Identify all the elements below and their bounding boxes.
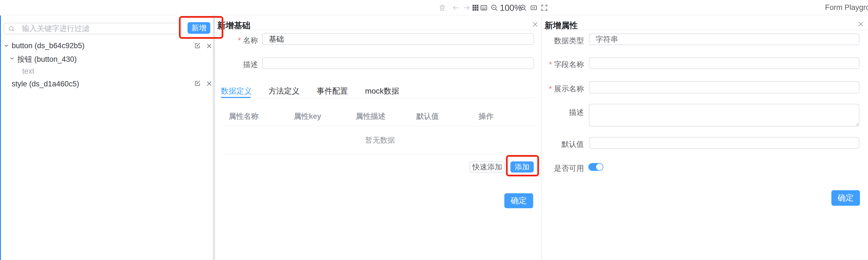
confirm-attribute-button[interactable]: 确定 — [831, 190, 860, 206]
caret-down-icon[interactable] — [9, 55, 15, 62]
form-playground-app: 100% Form Playground F 新增 button (ds_b64… — [0, 0, 868, 260]
data-type-label: 数据类型 — [537, 36, 584, 46]
data-type-input[interactable] — [589, 34, 859, 45]
enabled-toggle[interactable] — [588, 163, 603, 171]
tab-data-definition[interactable]: 数据定义 — [221, 86, 252, 96]
search-input[interactable] — [4, 23, 182, 34]
dialog-header-divider — [542, 30, 868, 30]
default-value-input[interactable] — [589, 137, 859, 149]
redo-icon[interactable] — [463, 4, 470, 12]
keyboard-icon[interactable] — [480, 4, 488, 12]
desc-input[interactable] — [262, 57, 534, 69]
page-title: Form Playground F — [825, 3, 868, 12]
enabled-label: 是否可用 — [537, 163, 584, 173]
confirm-base-button[interactable]: 确定 — [504, 193, 533, 208]
col-header-default: 默认值 — [416, 111, 439, 121]
zoom-out-icon[interactable] — [491, 4, 498, 12]
fullscreen-icon[interactable] — [540, 4, 548, 12]
attr-desc-label: 描述 — [537, 107, 584, 117]
tree-item-style-ds[interactable]: style (ds_d1a460c5) — [12, 80, 79, 88]
close-icon[interactable] — [857, 21, 864, 28]
caret-down-icon[interactable] — [3, 43, 9, 49]
attr-desc-textarea[interactable] — [589, 104, 859, 126]
tree-item-text[interactable]: text — [22, 67, 34, 76]
tree-item-button-ds[interactable]: button (ds_b64c92b5) — [12, 41, 85, 50]
sidebar-accent-border — [0, 15, 1, 260]
name-input[interactable] — [262, 33, 534, 45]
top-toolbar: 100% Form Playground F — [0, 0, 868, 15]
col-header-attr-key: 属性key — [294, 111, 321, 121]
grid-icon[interactable] — [472, 4, 479, 12]
tree-item-button-node[interactable]: 按钮 (button_430) — [17, 54, 77, 64]
tab-mock-data[interactable]: mock数据 — [365, 86, 399, 96]
default-value-label: 默认值 — [537, 139, 584, 149]
tab-event-config[interactable]: 事件配置 — [317, 86, 348, 96]
empty-data-text: 暂无数据 — [225, 135, 535, 145]
close-icon[interactable] — [531, 21, 539, 28]
name-field-label: 名称 — [219, 35, 258, 45]
field-name-label: 字段名称 — [537, 60, 584, 70]
col-header-actions: 操作 — [478, 111, 494, 121]
toggle-knob — [596, 164, 603, 170]
col-header-attr-name: 属性名称 — [228, 111, 258, 121]
fit-width-icon[interactable] — [530, 4, 537, 12]
add-datasource-button[interactable]: 新增 — [188, 22, 210, 34]
panel-divider — [213, 15, 215, 260]
edit-icon[interactable] — [194, 42, 201, 49]
component-tree-sidebar — [0, 15, 213, 260]
desc-field-label: 描述 — [219, 60, 258, 70]
dialog-title: 新增属性 — [545, 20, 578, 31]
zoom-in-icon[interactable] — [519, 4, 527, 12]
dialog-header-divider — [215, 30, 541, 30]
add-property-button[interactable]: 添加 — [510, 161, 534, 173]
quick-add-button[interactable]: 快速添加 — [470, 161, 505, 173]
search-icon — [8, 26, 15, 32]
col-header-attr-desc: 属性描述 — [355, 111, 385, 121]
active-tab-indicator — [221, 97, 251, 98]
dialog-title: 新增基础 — [217, 20, 250, 31]
close-icon[interactable] — [206, 80, 213, 87]
trash-icon[interactable] — [438, 4, 446, 12]
display-name-label: 展示名称 — [537, 84, 584, 94]
zoom-level-label: 100% — [500, 3, 522, 13]
edit-icon[interactable] — [194, 80, 201, 86]
undo-icon[interactable] — [452, 4, 460, 12]
close-icon[interactable] — [206, 43, 213, 49]
field-name-input[interactable] — [589, 57, 859, 69]
tab-method-definition[interactable]: 方法定义 — [269, 86, 300, 96]
display-name-input[interactable] — [589, 81, 859, 93]
